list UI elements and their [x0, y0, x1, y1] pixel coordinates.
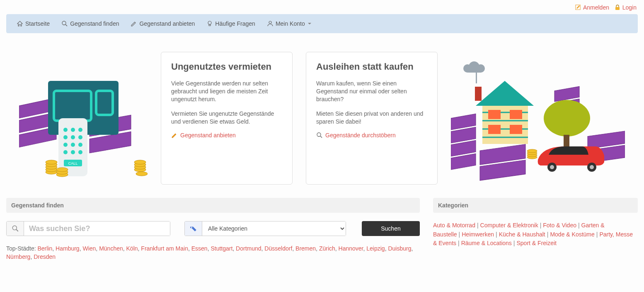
separator: |: [456, 240, 461, 246]
nav-faq-label: Häufige Fragen: [215, 20, 255, 27]
svg-point-2: [62, 21, 66, 25]
tag-icon: [190, 225, 197, 232]
bottom-columns: Gegenstand finden Alle Kategorien Suchen…: [6, 198, 638, 261]
category-link[interactable]: Küche & Haushalt: [499, 231, 545, 238]
panel-rent-out-title: Ungenutztes vermieten: [171, 61, 282, 72]
svg-rect-70: [510, 125, 522, 134]
svg-rect-5: [209, 24, 211, 26]
home-icon: [17, 20, 23, 27]
svg-line-44: [320, 136, 322, 138]
category-link[interactable]: Räume & Locations: [461, 240, 512, 246]
svg-point-17: [71, 128, 75, 132]
city-link[interactable]: Frankfurt am Main: [141, 245, 188, 252]
svg-point-75: [550, 165, 554, 169]
city-link[interactable]: Düsseldorf: [264, 245, 292, 252]
pencil-icon: [131, 20, 137, 27]
search-button[interactable]: Suchen: [362, 221, 420, 236]
city-link[interactable]: Nürnberg: [6, 253, 30, 260]
login-label: Login: [622, 4, 637, 11]
svg-rect-51: [451, 127, 476, 143]
svg-point-77: [590, 165, 594, 169]
category-link[interactable]: Foto & Video: [543, 222, 576, 229]
search-input[interactable]: [24, 221, 170, 236]
nav-home[interactable]: Startseite: [11, 15, 56, 32]
lock-icon: [615, 5, 620, 10]
category-link[interactable]: Computer & Elektronik: [480, 222, 538, 229]
city-link[interactable]: Dortmund: [236, 245, 261, 252]
separator: |: [512, 240, 517, 246]
category-link[interactable]: Auto & Motorrad: [433, 222, 475, 229]
nav-find[interactable]: Gegenstand finden: [56, 15, 125, 32]
svg-point-41: [134, 160, 146, 164]
svg-point-23: [71, 143, 75, 147]
register-label: Anmelden: [583, 4, 609, 11]
panel-rent-out: Ungenutztes vermieten Viele Gegenstände …: [161, 52, 293, 185]
search-box: [6, 221, 170, 236]
svg-rect-68: [510, 110, 522, 119]
city-link[interactable]: Stuttgart: [211, 245, 232, 252]
svg-point-42: [136, 172, 148, 176]
city-link[interactable]: Essen: [191, 245, 208, 252]
login-link[interactable]: Login: [615, 4, 637, 11]
register-link[interactable]: Anmelden: [575, 4, 611, 11]
panel-rent-out-link-label: Gegenstand anbieten: [180, 132, 236, 139]
panel-borrow: Ausleihen statt kaufen Warum kaufen, wen…: [306, 52, 438, 185]
search-icon-addon: [7, 221, 24, 236]
separator: |: [576, 222, 581, 229]
nav-account-label: Mein Konto: [276, 20, 305, 27]
city-link[interactable]: Bremen: [295, 245, 316, 252]
city-link[interactable]: Köln: [126, 245, 138, 252]
top-cities-label: Top-Städte:: [6, 245, 36, 252]
search-row: Alle Kategorien Suchen: [6, 221, 420, 236]
svg-point-16: [63, 128, 68, 132]
city-link[interactable]: München: [99, 245, 123, 252]
main-navbar: Startseite Gegenstand finden Gegenstand …: [6, 14, 638, 33]
svg-line-3: [65, 24, 67, 26]
tag-icon-addon: [185, 221, 202, 236]
categories-column: Kategorien Auto & Motorrad|Computer & El…: [433, 198, 638, 248]
city-link[interactable]: Leipzig: [366, 245, 385, 252]
search-column: Gegenstand finden Alle Kategorien Suchen…: [6, 198, 420, 261]
edit-icon: [575, 5, 581, 10]
hero-illustration-left: CALL: [19, 52, 148, 185]
chevron-down-icon: [308, 23, 311, 24]
category-select[interactable]: Alle Kategorien: [202, 221, 346, 236]
svg-rect-71: [475, 87, 482, 101]
category-link[interactable]: Heimwerken: [462, 231, 494, 238]
nav-account[interactable]: Mein Konto: [261, 15, 317, 32]
city-link[interactable]: Duisburg: [388, 245, 411, 252]
svg-rect-53: [451, 153, 476, 170]
svg-line-83: [16, 229, 18, 231]
category-link[interactable]: Sport & Freizeit: [517, 240, 557, 246]
city-link[interactable]: Hamburg: [56, 245, 80, 252]
city-link[interactable]: Zürich: [319, 245, 335, 252]
svg-point-27: [78, 150, 82, 154]
svg-rect-1: [615, 7, 620, 10]
category-box: Alle Kategorien: [184, 221, 346, 236]
nav-faq[interactable]: Häufige Fragen: [201, 15, 261, 32]
panel-rent-out-text1: Viele Gegenstände werden nur selten gebr…: [171, 80, 282, 103]
panel-borrow-title: Ausleihen statt kaufen: [316, 61, 427, 72]
separator: |: [494, 231, 499, 238]
search-icon: [12, 225, 19, 232]
separator: |: [545, 231, 550, 238]
hero-section: CALL Ungenutztes vermieten Viele Gegenst…: [6, 52, 638, 185]
panel-borrow-link-label: Gegenstände durchstöbern: [325, 132, 396, 139]
search-icon: [61, 20, 68, 27]
city-link[interactable]: Dresden: [34, 253, 56, 260]
category-link[interactable]: Mode & Kostüme: [550, 231, 594, 238]
svg-point-26: [71, 150, 75, 154]
svg-point-72: [544, 100, 590, 136]
panel-rent-out-link[interactable]: Gegenstand anbieten: [171, 132, 236, 139]
nav-offer[interactable]: Gegenstand anbieten: [125, 15, 201, 32]
svg-point-20: [71, 135, 75, 139]
bulb-icon: [206, 20, 213, 27]
svg-rect-49: [476, 73, 477, 83]
user-icon: [267, 20, 274, 27]
city-link[interactable]: Hannover: [339, 245, 363, 252]
svg-point-22: [63, 143, 68, 147]
svg-rect-52: [451, 140, 476, 156]
city-link[interactable]: Berlin: [38, 245, 53, 252]
city-link[interactable]: Wien: [82, 245, 96, 252]
panel-borrow-link[interactable]: Gegenstände durchstöbern: [316, 132, 396, 139]
